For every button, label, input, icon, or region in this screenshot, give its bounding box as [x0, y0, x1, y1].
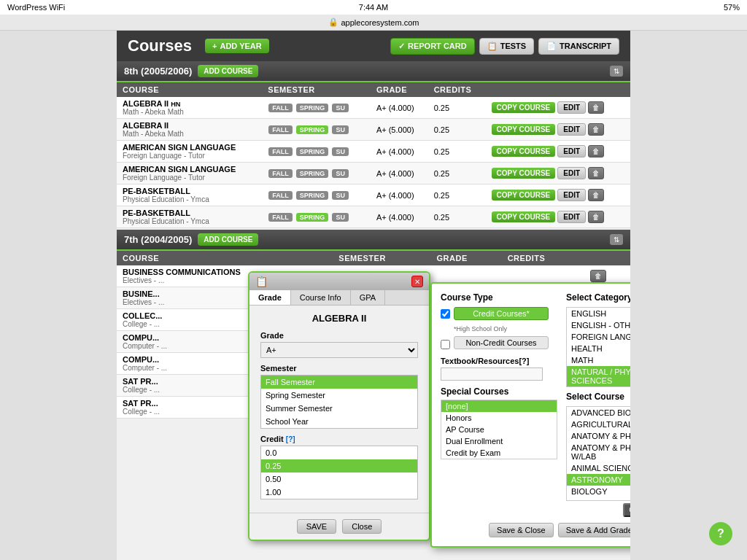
- semester-list: Fall Semester Spring Semester Summer Sem…: [260, 375, 418, 429]
- table-row: ALGEBRA II Math - Abeka Math FALL SPRING…: [117, 119, 630, 141]
- copy-course-button[interactable]: COPY COURSE: [492, 124, 556, 135]
- save-add-button[interactable]: Save & Add Grade >>: [558, 523, 630, 537]
- delete-button[interactable]: 🗑: [588, 101, 604, 114]
- tab-grade[interactable]: Grade: [249, 290, 291, 305]
- copy-course-button[interactable]: COPY COURSE: [492, 211, 556, 222]
- status-bar: WordPress WiFi 7:44 AM 57%: [0, 0, 747, 15]
- help-button[interactable]: ?: [709, 522, 732, 545]
- fall-pill: FALL: [268, 125, 293, 134]
- save-close-button[interactable]: Save & Close: [489, 523, 554, 537]
- tab-gpa[interactable]: GPA: [351, 290, 385, 305]
- cat-math[interactable]: MATH: [567, 354, 630, 366]
- copy-course-button[interactable]: COPY COURSE: [492, 190, 556, 201]
- copy-course-button[interactable]: COPY COURSE: [492, 102, 556, 113]
- select-course-list: ADVANCED BIOLOGY AGRICULTURAL SCIENCE AN…: [566, 406, 630, 501]
- year-8th-title: 8th (2005/2006): [124, 66, 192, 77]
- grade-cell: A+ (4.000): [371, 184, 428, 206]
- report-card-icon: ✓: [398, 42, 405, 51]
- edit-button[interactable]: EDIT: [557, 101, 586, 114]
- save-grade-button[interactable]: SAVE: [297, 519, 337, 534]
- ct-right: Select Category ENGLISH ENGLISH - OTHER …: [566, 292, 630, 517]
- year-8th-section: 8th (2005/2006) ADD COURSE ⇅ COURSE SEME…: [117, 61, 630, 228]
- course-anat-phys[interactable]: ANATOMY & PHYSIOLOGY: [567, 430, 630, 442]
- collapse-7th[interactable]: ⇅: [610, 234, 623, 245]
- credit-help-link[interactable]: [?]: [286, 435, 295, 443]
- report-card-button[interactable]: ✓ REPORT CARD: [390, 38, 475, 55]
- textbook-input[interactable]: [441, 368, 543, 381]
- semester-fall[interactable]: Fall Semester: [261, 376, 417, 389]
- special-credit-exam[interactable]: Credit by Exam: [441, 447, 557, 459]
- delete-button[interactable]: 🗑: [588, 145, 604, 158]
- course-anat-phys-lab[interactable]: ANATOMY & PHYSIOLOGY W/LAB: [567, 442, 630, 462]
- non-credit-checkbox[interactable]: [441, 340, 450, 349]
- close-grade-button[interactable]: Close: [342, 519, 382, 534]
- transcript-button[interactable]: 📄 TRANSCRIPT: [538, 38, 619, 55]
- credit-0[interactable]: 0.0: [261, 446, 417, 459]
- tests-button[interactable]: 📋 TESTS: [479, 38, 534, 55]
- table-row: AMERICAN SIGN LANGUAGE Foreign Language …: [117, 141, 630, 163]
- semester-cell: FALL SPRING SU: [262, 119, 371, 141]
- copy-course-button[interactable]: COPY COURSE: [492, 168, 556, 179]
- edit-button[interactable]: EDIT: [557, 167, 586, 179]
- semester-summer[interactable]: Summer Semester: [261, 402, 417, 415]
- year-7th-title: 7th (2004/2005): [124, 234, 192, 245]
- special-ap[interactable]: AP Course: [441, 424, 557, 435]
- special-none[interactable]: [none]: [441, 400, 557, 412]
- course-ag-sci[interactable]: AGRICULTURAL SCIENCE: [567, 419, 630, 430]
- spring-pill: SPRING: [296, 104, 329, 112]
- year-7th-header: 7th (2004/2005) ADD COURSE ⇅: [117, 230, 630, 251]
- status-wifi: WordPress WiFi: [7, 3, 65, 12]
- delete-button[interactable]: 🗑: [588, 189, 604, 201]
- credit-1[interactable]: 1.00: [261, 486, 417, 499]
- semester-year[interactable]: School Year: [261, 415, 417, 428]
- su-pill: SU: [332, 169, 349, 178]
- edit-button[interactable]: EDIT: [557, 189, 586, 201]
- spring-pill: SPRING: [296, 191, 329, 200]
- category-list: ENGLISH ENGLISH - OTHER FOREIGN LANGUAGE…: [566, 307, 630, 387]
- cant-find-button[interactable]: Can't Find Course?: [623, 503, 630, 517]
- cat-foreign-lang[interactable]: FOREIGN LANGUAGE: [567, 331, 630, 343]
- delete-button[interactable]: 🗑: [588, 211, 604, 223]
- special-dual[interactable]: Dual Enrollment: [441, 435, 557, 447]
- tab-course-info[interactable]: Course Info: [291, 290, 351, 305]
- non-credit-row: Non-Credit Courses: [441, 336, 557, 352]
- edit-button[interactable]: EDIT: [557, 145, 586, 158]
- su-pill: SU: [332, 104, 349, 112]
- credit-courses-checkbox[interactable]: [441, 309, 450, 319]
- cat-english[interactable]: ENGLISH: [567, 308, 630, 319]
- course-biology-ii[interactable]: BIOLOGY II: [567, 497, 630, 501]
- transcript-icon: 📄: [546, 42, 557, 51]
- semester-spring[interactable]: Spring Semester: [261, 389, 417, 402]
- credits-cell: 0.25: [428, 163, 486, 184]
- non-credit-button[interactable]: Non-Credit Courses: [454, 336, 549, 349]
- add-year-button[interactable]: + ADD YEAR: [205, 39, 269, 53]
- collapse-8th[interactable]: ⇅: [610, 66, 623, 77]
- cat-nat-sci[interactable]: NATURAL / PHYSICAL SCIENCES: [567, 366, 630, 386]
- course-biology[interactable]: BIOLOGY: [567, 486, 630, 497]
- edit-button[interactable]: EDIT: [557, 211, 586, 223]
- dialog-body: ALGEBRA II Grade A+ Semester Fall Semest…: [249, 306, 429, 513]
- credit-025[interactable]: 0.25: [261, 459, 417, 472]
- cat-health[interactable]: HEALTH: [567, 343, 630, 354]
- table-row: AMERICAN SIGN LANGUAGE Foreign Language …: [117, 163, 630, 184]
- copy-course-button[interactable]: COPY COURSE: [492, 146, 556, 157]
- credit-050[interactable]: 0.50: [261, 472, 417, 486]
- course-astronomy[interactable]: ASTRONOMY: [567, 474, 630, 486]
- fall-pill: FALL: [268, 213, 293, 222]
- ct-footer: Save & Close Save & Add Grade >> Cancel: [441, 523, 630, 537]
- delete-button[interactable]: 🗑: [588, 123, 604, 136]
- add-course-7th-button[interactable]: ADD COURSE: [198, 233, 258, 246]
- dialog-close-button[interactable]: ✕: [411, 276, 423, 287]
- cat-english-other[interactable]: ENGLISH - OTHER: [567, 319, 630, 331]
- delete-button-7th[interactable]: 🗑: [590, 270, 606, 282]
- add-course-8th-button[interactable]: ADD COURSE: [198, 65, 258, 77]
- credit-courses-button[interactable]: Credit Courses*: [454, 307, 549, 320]
- edit-button[interactable]: EDIT: [557, 123, 586, 136]
- course-animal-sci[interactable]: ANIMAL SCIENCE: [567, 462, 630, 474]
- special-honors[interactable]: Honors: [441, 412, 557, 424]
- grade-select[interactable]: A+: [260, 342, 418, 358]
- delete-button[interactable]: 🗑: [588, 167, 604, 179]
- course-adv-bio[interactable]: ADVANCED BIOLOGY: [567, 407, 630, 419]
- cat-personal-finance[interactable]: PERSONAL FINANCE: [567, 386, 630, 387]
- su-pill: SU: [332, 125, 349, 134]
